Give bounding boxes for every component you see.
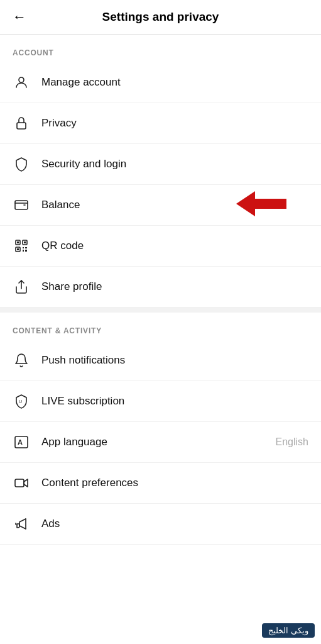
push-notifications-item[interactable]: Push notifications xyxy=(0,340,321,381)
megaphone-icon xyxy=(13,515,30,533)
content-activity-section-label: CONTENT & ACTIVITY xyxy=(0,313,321,340)
live-subscription-label: LIVE subscription xyxy=(41,395,308,408)
red-arrow-indicator xyxy=(236,190,286,220)
svg-rect-1 xyxy=(17,123,26,129)
back-button[interactable]: ← xyxy=(13,9,26,25)
page-title: Settings and privacy xyxy=(102,10,219,24)
person-icon xyxy=(13,74,30,91)
svg-text:A: A xyxy=(18,438,23,446)
account-section-label: ACCOUNT xyxy=(0,35,321,62)
svg-rect-2 xyxy=(15,201,28,209)
font-icon: A xyxy=(13,433,30,451)
privacy-item[interactable]: Privacy xyxy=(0,103,321,144)
share-icon xyxy=(13,278,30,296)
lock-icon xyxy=(13,114,30,132)
app-language-label: App language xyxy=(41,436,276,448)
section-divider xyxy=(0,308,321,313)
security-login-label: Security and login xyxy=(41,158,308,170)
svg-rect-9 xyxy=(17,248,19,250)
watermark: ويكي الخليج xyxy=(262,623,315,638)
qr-icon xyxy=(13,237,30,255)
balance-item[interactable]: Balance xyxy=(0,185,321,226)
app-language-value: English xyxy=(276,436,308,448)
qr-code-label: QR code xyxy=(41,240,308,252)
account-section: ACCOUNT Manage account Privacy Security … xyxy=(0,35,321,308)
shield-live-icon: U xyxy=(13,392,30,410)
manage-account-label: Manage account xyxy=(41,76,308,89)
content-activity-section: CONTENT & ACTIVITY Push notifications U … xyxy=(0,313,321,545)
live-subscription-item[interactable]: U LIVE subscription xyxy=(0,381,321,422)
content-preferences-item[interactable]: Content preferences xyxy=(0,463,321,504)
svg-rect-14 xyxy=(15,479,24,487)
app-language-item[interactable]: A App language English xyxy=(0,422,321,463)
manage-account-item[interactable]: Manage account xyxy=(0,62,321,103)
bell-icon xyxy=(13,352,30,369)
shield-icon xyxy=(13,155,30,173)
ads-item[interactable]: Ads xyxy=(0,504,321,545)
svg-marker-3 xyxy=(236,191,286,216)
share-profile-item[interactable]: Share profile xyxy=(0,267,321,308)
svg-rect-8 xyxy=(24,242,26,243)
svg-point-0 xyxy=(19,77,24,82)
ads-label: Ads xyxy=(41,518,308,530)
wallet-icon xyxy=(13,196,30,214)
push-notifications-label: Push notifications xyxy=(41,354,308,367)
qr-code-item[interactable]: QR code xyxy=(0,226,321,267)
privacy-label: Privacy xyxy=(41,117,308,130)
share-profile-label: Share profile xyxy=(41,280,308,293)
header: ← Settings and privacy xyxy=(0,0,321,35)
video-icon xyxy=(13,474,30,492)
security-login-item[interactable]: Security and login xyxy=(0,144,321,185)
svg-rect-7 xyxy=(17,242,19,243)
content-preferences-label: Content preferences xyxy=(41,477,308,489)
svg-text:U: U xyxy=(19,399,22,404)
